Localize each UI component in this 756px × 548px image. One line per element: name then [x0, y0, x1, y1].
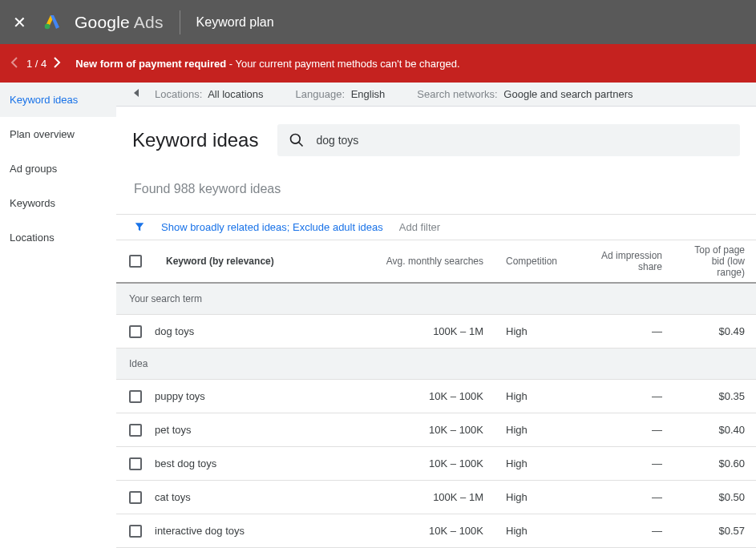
svg-point-0 [45, 24, 51, 30]
alert-next-icon[interactable] [53, 57, 63, 71]
alert-message-rest: - Your current payment methods can't be … [226, 58, 460, 70]
section-title: Keyword plan [196, 15, 274, 30]
alert-counter: 1 / 4 [26, 58, 46, 70]
cell-bid: $0.60 [673, 457, 756, 469]
result-count: Found 988 keyword ideas [116, 174, 756, 214]
cell-competition: High [495, 424, 581, 436]
cell-avg-search: 100K – 1M [365, 325, 495, 337]
cell-keyword: best dog toys [155, 457, 365, 469]
cell-avg-search: 10K – 100K [365, 457, 495, 469]
brand-name: Google Ads [75, 13, 164, 32]
table-row: best dog toys10K – 100KHigh—$0.60 [116, 447, 756, 481]
cell-avg-search: 10K – 100K [365, 424, 495, 436]
svg-point-1 [291, 134, 301, 143]
add-filter-button[interactable]: Add filter [399, 221, 440, 233]
targeting-language-value: English [351, 88, 386, 100]
cell-keyword: cat toys [155, 491, 365, 503]
targeting-locations[interactable]: Locations: All locations [155, 88, 264, 100]
targeting-networks-value: Google and search partners [503, 88, 633, 100]
targeting-language[interactable]: Language: English [296, 88, 386, 100]
cell-impression: — [581, 457, 673, 469]
cell-impression: — [581, 491, 673, 503]
cell-competition: High [495, 525, 581, 537]
cell-competition: High [495, 325, 581, 337]
sidebar-item-locations[interactable]: Locations [0, 220, 116, 255]
row-checkbox[interactable] [129, 491, 142, 504]
sidebar-item-keyword-ideas[interactable]: Keyword ideas [0, 83, 116, 117]
svg-line-2 [299, 142, 303, 146]
col-header-keyword[interactable]: Keyword (by relevance) [155, 249, 365, 273]
cell-impression: — [581, 390, 673, 402]
col-header-avg-search[interactable]: Avg. monthly searches [365, 249, 495, 273]
table-body: Your search termdog toys100K – 1MHigh—$0… [116, 284, 756, 548]
brand-google: Google [75, 13, 130, 31]
row-checkbox[interactable] [129, 325, 142, 338]
sidebar-item-plan-overview[interactable]: Plan overview [0, 117, 116, 151]
app-header: ✕ Google Ads Keyword plan [0, 0, 756, 44]
targeting-networks[interactable]: Search networks: Google and search partn… [417, 88, 633, 100]
cell-competition: High [495, 390, 581, 402]
cell-avg-search: 10K – 100K [365, 525, 495, 537]
cell-avg-search: 100K – 1M [365, 491, 495, 503]
cell-impression: — [581, 325, 673, 337]
cell-avg-search: 10K – 100K [365, 390, 495, 402]
col-header-competition[interactable]: Competition [495, 249, 581, 273]
row-checkbox[interactable] [129, 525, 142, 538]
group-header: Idea [116, 349, 756, 380]
sidebar: Keyword ideasPlan overviewAd groupsKeywo… [0, 83, 116, 548]
close-icon[interactable]: ✕ [13, 13, 26, 32]
table-row: cat toys100K – 1MHigh—$0.50 [116, 481, 756, 514]
cell-bid: $0.50 [673, 491, 756, 503]
targeting-locations-label: Locations: [155, 88, 202, 100]
col-header-bid[interactable]: Top of page bid (low range) [673, 238, 756, 284]
page-title: Keyword ideas [132, 129, 258, 151]
main-panel: Locations: All locations Language: Engli… [116, 83, 756, 548]
alert-message-bold: New form of payment required [75, 58, 226, 70]
filter-icon[interactable] [134, 221, 145, 232]
col-header-impression[interactable]: Ad impression share [581, 244, 673, 279]
cell-keyword: pet toys [155, 424, 365, 436]
row-checkbox[interactable] [129, 457, 142, 470]
targeting-networks-label: Search networks: [417, 88, 497, 100]
alert-prev-icon[interactable] [10, 57, 20, 71]
cell-bid: $0.40 [673, 424, 756, 436]
group-header: Your search term [116, 284, 756, 315]
header-divider [180, 10, 180, 34]
table-header-row: Keyword (by relevance) Avg. monthly sear… [116, 240, 756, 284]
filter-bar: Show broadly related ideas; Exclude adul… [116, 214, 756, 240]
sidebar-item-keywords[interactable]: Keywords [0, 186, 116, 220]
cell-bid: $0.57 [673, 525, 756, 537]
search-icon [289, 132, 305, 148]
cell-bid: $0.49 [673, 325, 756, 337]
cell-competition: High [495, 457, 581, 469]
table-row: interactive dog toys10K – 100KHigh—$0.57 [116, 514, 756, 548]
collapse-panel-icon[interactable] [132, 88, 140, 100]
brand-ads: Ads [134, 13, 164, 31]
cell-competition: High [495, 491, 581, 503]
sidebar-item-ad-groups[interactable]: Ad groups [0, 151, 116, 186]
cell-keyword: puppy toys [155, 390, 365, 402]
targeting-locations-value: All locations [208, 88, 263, 100]
cell-bid: $0.35 [673, 390, 756, 402]
search-field[interactable] [277, 124, 740, 156]
cell-impression: — [581, 424, 673, 436]
select-all-checkbox[interactable] [129, 255, 142, 268]
row-checkbox[interactable] [129, 424, 142, 437]
cell-impression: — [581, 525, 673, 537]
cell-keyword: interactive dog toys [155, 525, 365, 537]
table-row: dog toys100K – 1MHigh—$0.49 [116, 315, 756, 349]
alert-banner: 1 / 4 New form of payment required - You… [0, 44, 756, 83]
filter-link[interactable]: Show broadly related ideas; Exclude adul… [161, 221, 383, 233]
targeting-bar: Locations: All locations Language: Engli… [116, 83, 756, 107]
targeting-language-label: Language: [296, 88, 345, 100]
row-checkbox[interactable] [129, 390, 142, 403]
alert-message: New form of payment required - Your curr… [75, 58, 459, 70]
table-row: pet toys10K – 100KHigh—$0.40 [116, 413, 756, 447]
search-input[interactable] [316, 134, 729, 147]
google-ads-logo-icon [42, 11, 62, 33]
cell-keyword: dog toys [155, 325, 365, 337]
table-row: puppy toys10K – 100KHigh—$0.35 [116, 380, 756, 413]
